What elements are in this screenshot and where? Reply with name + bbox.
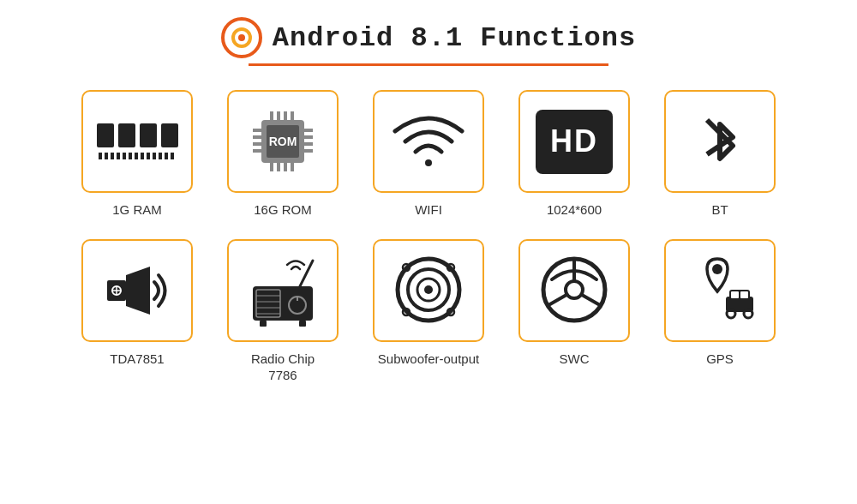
svg-point-56	[744, 309, 752, 318]
rom-icon-box: ROM	[227, 90, 339, 193]
svg-rect-10	[304, 129, 313, 132]
svg-point-48	[566, 281, 583, 298]
feature-ram: 1G RAM	[73, 90, 201, 219]
svg-rect-19	[277, 163, 280, 171]
tda-label: TDA7851	[110, 351, 164, 368]
wifi-icon	[390, 107, 467, 176]
svg-point-2	[238, 34, 245, 41]
ram-slots	[97, 123, 178, 147]
radio-icon	[244, 254, 321, 327]
svg-rect-12	[304, 142, 313, 146]
svg-rect-57	[731, 291, 739, 298]
svg-line-50	[548, 295, 566, 305]
svg-point-22	[425, 159, 432, 166]
rom-label: 16G ROM	[254, 201, 312, 219]
svg-point-55	[727, 309, 735, 318]
svg-point-42	[424, 285, 433, 294]
swc-icon-box	[518, 239, 630, 342]
ram-slot-1	[97, 123, 114, 147]
swc-icon	[538, 254, 611, 327]
subwoofer-icon	[393, 254, 465, 327]
svg-marker-24	[126, 267, 150, 315]
svg-rect-38	[299, 321, 306, 327]
gps-label: GPS	[706, 351, 734, 368]
ram-slot-2	[118, 123, 135, 147]
page-title: Android 8.1 Functions	[273, 22, 636, 54]
ram-icon-box	[81, 90, 193, 193]
page-header: Android 8.1 Functions	[221, 17, 636, 58]
svg-rect-6	[253, 129, 261, 132]
title-underline	[249, 63, 608, 66]
sub-label: Subwoofer-output	[378, 351, 479, 368]
svg-rect-9	[253, 149, 261, 153]
ram-icon	[97, 123, 178, 159]
android-icon	[221, 17, 262, 58]
feature-sub: Subwoofer-output	[364, 239, 493, 384]
svg-rect-15	[277, 111, 280, 120]
ram-slot-4	[161, 123, 178, 147]
ram-label: 1G RAM	[112, 201, 162, 219]
feature-swc: SWC	[510, 239, 638, 384]
bt-icon	[690, 103, 750, 180]
wifi-label: WIFI	[415, 201, 442, 219]
svg-rect-28	[253, 286, 313, 321]
feature-gps: GPS	[656, 239, 784, 384]
svg-rect-17	[291, 111, 294, 120]
svg-rect-14	[270, 111, 273, 120]
svg-rect-8	[253, 142, 261, 146]
svg-rect-16	[284, 111, 287, 120]
bt-label: BT	[711, 201, 728, 219]
gps-icon	[681, 254, 758, 327]
speaker-icon	[99, 256, 176, 325]
feature-bt: BT	[656, 90, 784, 219]
swc-label: SWC	[560, 351, 590, 368]
bt-icon-box	[664, 90, 776, 193]
svg-rect-11	[304, 135, 313, 139]
svg-rect-18	[270, 163, 273, 171]
hd-icon-box: HD	[518, 90, 630, 193]
svg-rect-13	[304, 149, 313, 153]
svg-rect-7	[253, 135, 261, 139]
radio-label: Radio Chip 7786	[251, 351, 315, 384]
svg-rect-20	[284, 163, 287, 171]
feature-tda: TDA7851	[73, 239, 201, 384]
gps-icon-box	[664, 239, 776, 342]
svg-text:ROM: ROM	[269, 135, 297, 148]
features-grid: 1G RAM ROM	[73, 90, 784, 384]
svg-rect-58	[740, 291, 748, 298]
feature-hd: HD 1024*600	[510, 90, 638, 219]
tda-icon-box	[81, 239, 193, 342]
feature-wifi: WIFI	[364, 90, 493, 219]
radio-icon-box	[227, 239, 339, 342]
svg-point-52	[712, 264, 722, 274]
svg-line-36	[300, 261, 313, 286]
ram-pins	[99, 153, 176, 159]
hd-label: 1024*600	[547, 201, 602, 219]
hd-text: HD	[550, 123, 598, 159]
feature-radio: Radio Chip 7786	[219, 239, 347, 384]
sub-icon-box	[373, 239, 484, 342]
rom-icon: ROM	[244, 103, 321, 180]
svg-rect-37	[260, 321, 267, 327]
feature-rom: ROM	[219, 90, 347, 219]
ram-slot-3	[140, 123, 157, 147]
svg-line-51	[582, 295, 600, 305]
wifi-icon-box	[373, 90, 484, 193]
svg-rect-21	[291, 163, 294, 171]
hd-box: HD	[536, 110, 613, 174]
